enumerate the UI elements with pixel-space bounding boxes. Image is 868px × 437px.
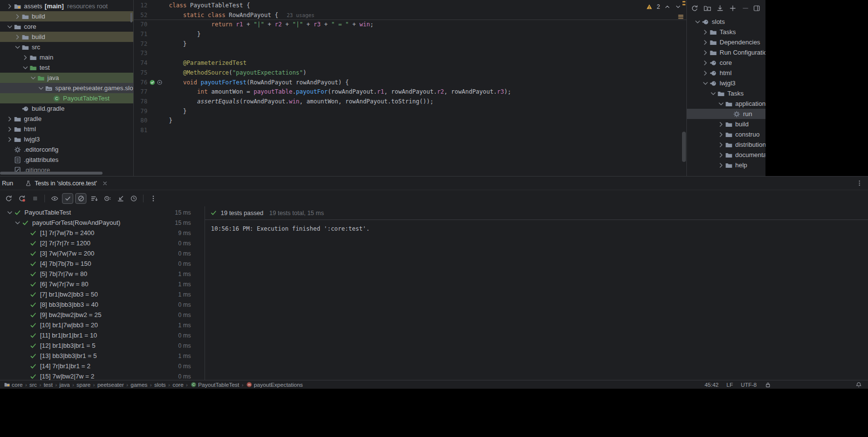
test-result-9-bw2-bw2-bw2-25[interactable]: [9] bw2|bw2|bw2 = 250 ms bbox=[0, 310, 205, 320]
chevron-down-icon[interactable] bbox=[717, 100, 725, 108]
refresh-button[interactable] bbox=[689, 3, 700, 14]
chevron-right-icon[interactable] bbox=[6, 125, 14, 133]
code-line-76[interactable]: 76 void payoutForTest(RowAndPayout rowAn… bbox=[134, 78, 686, 88]
chevron-down-icon[interactable] bbox=[702, 79, 709, 87]
project-item-lwjgl3[interactable]: lwjgl3 bbox=[0, 134, 133, 144]
breadcrumb-item-src[interactable]: src bbox=[29, 382, 37, 388]
test-result-5-7b-7r-7w-80[interactable]: [5] 7b|7r|7w = 801 ms bbox=[0, 269, 205, 279]
project-horizontal-scrollbar[interactable] bbox=[0, 172, 103, 175]
gutter[interactable]: 71 bbox=[134, 30, 169, 40]
test-result-13-bb3-bb3-br1-5[interactable]: [13] bb3|bb3|br1 = 51 ms bbox=[0, 351, 205, 361]
chevron-right-icon[interactable] bbox=[717, 161, 725, 169]
rerun-failed-button[interactable] bbox=[16, 193, 27, 204]
code-line-72[interactable]: 72 } bbox=[134, 40, 686, 49]
chevron-down-icon[interactable] bbox=[21, 64, 29, 72]
project-item-spare-peetseater-games-slot[interactable]: spare.peetseater.games.slot bbox=[0, 83, 133, 93]
code-line-73[interactable]: 73 bbox=[134, 49, 686, 59]
project-item-build-gradle[interactable]: build.gradle bbox=[0, 103, 133, 114]
slash-circle-button[interactable] bbox=[75, 193, 86, 204]
chevron-right-icon[interactable] bbox=[717, 151, 725, 159]
breadcrumb-item-core[interactable]: core bbox=[4, 381, 22, 388]
test-result-7-br1-bw2-bb3-50[interactable]: [7] br1|bw2|bb3 = 501 ms bbox=[0, 289, 205, 299]
project-item-assets[interactable]: assets[main]resources root bbox=[0, 1, 133, 11]
project-item-core[interactable]: core bbox=[0, 21, 133, 32]
chevron-right-icon[interactable] bbox=[717, 120, 725, 128]
project-item-src[interactable]: src bbox=[0, 42, 133, 52]
chevron-right-icon[interactable] bbox=[702, 69, 709, 77]
gutter[interactable]: 77 bbox=[134, 87, 169, 97]
kebab-button[interactable] bbox=[147, 193, 159, 204]
chevron-down-icon[interactable] bbox=[37, 84, 45, 92]
gradle-item-dependencies[interactable]: Dependencies bbox=[687, 37, 765, 47]
test-result-payoutfortest-rowandpayout[interactable]: payoutForTest(RowAndPayout)15 ms bbox=[0, 218, 205, 228]
gradle-item-html[interactable]: html bbox=[687, 68, 765, 78]
breadcrumb-item-test[interactable]: test bbox=[43, 382, 53, 388]
test-result-14-7r-br1-br1-2[interactable]: [14] 7r|br1|br1 = 20 ms bbox=[0, 361, 205, 371]
warning-stripe-mark[interactable] bbox=[682, 1, 685, 2]
gradle-item-tasks[interactable]: Tasks bbox=[687, 88, 765, 99]
test-result-3-7w-7w-7w-200[interactable]: [3] 7w|7w|7w = 2000 ms bbox=[0, 248, 205, 258]
gutter[interactable]: 72 bbox=[134, 40, 169, 49]
breadcrumb-item-spare[interactable]: spare bbox=[77, 382, 91, 388]
project-vertical-scrollbar[interactable] bbox=[130, 13, 132, 22]
test-result-2-7r-7r-7r-1200[interactable]: [2] 7r|7r|7r = 12000 ms bbox=[0, 238, 205, 248]
code-line-80[interactable]: 80} bbox=[134, 116, 686, 126]
run-tab-tests[interactable]: Tests in 'slots.core.test' bbox=[25, 180, 108, 187]
gradle-item-tasks[interactable]: Tasks bbox=[687, 27, 765, 37]
gutter[interactable]: 80 bbox=[134, 116, 169, 126]
gutter[interactable]: 12 bbox=[134, 1, 169, 11]
import-button[interactable] bbox=[115, 193, 126, 204]
project-item-editorconfig[interactable]: .editorconfig bbox=[0, 144, 133, 155]
chevron-down-icon[interactable] bbox=[694, 18, 702, 26]
code-line-74[interactable]: 74 @ParameterizedTest bbox=[134, 59, 686, 68]
gradle-item-construo[interactable]: construo bbox=[687, 129, 765, 139]
gradle-item-core[interactable]: core bbox=[687, 58, 765, 68]
test-result-15-7w-bw2-7w-2[interactable]: [15] 7w|bw2|7w = 20 ms bbox=[0, 371, 205, 380]
chevron-right-icon[interactable] bbox=[14, 33, 21, 41]
project-item-java[interactable]: java bbox=[0, 73, 133, 83]
chevron-right-icon[interactable] bbox=[702, 39, 709, 46]
source-download-button[interactable] bbox=[702, 3, 713, 14]
gradle-item-application[interactable]: application bbox=[687, 99, 765, 109]
gutter[interactable]: 73 bbox=[134, 49, 169, 59]
ring-icon[interactable] bbox=[156, 79, 163, 86]
gutter[interactable]: 76 bbox=[134, 78, 169, 88]
gutter[interactable]: 79 bbox=[134, 107, 169, 117]
gradle-item-help[interactable]: help bbox=[687, 160, 765, 170]
chevron-right-icon[interactable] bbox=[702, 59, 709, 67]
chevron-down-icon[interactable] bbox=[29, 74, 37, 82]
chevron-down-icon[interactable] bbox=[709, 90, 717, 98]
inspections-widget[interactable]: 2 bbox=[646, 3, 682, 10]
breadcrumb-item-games[interactable]: games bbox=[131, 382, 148, 388]
gradle-item-distribution[interactable]: distribution bbox=[687, 139, 765, 150]
tab-options-kebab-icon[interactable] bbox=[856, 179, 863, 187]
console-output[interactable]: 10:56:16 PM: Execution finished ':core:t… bbox=[205, 220, 868, 232]
caret-position[interactable]: 45:42 bbox=[704, 382, 719, 388]
chevron-right-icon[interactable] bbox=[6, 136, 14, 143]
project-item-gradle[interactable]: gradle bbox=[0, 114, 133, 124]
clock-button[interactable] bbox=[128, 193, 139, 204]
test-result-11-br1-br1-br1-10[interactable]: [11] br1|br1|br1 = 100 ms bbox=[0, 330, 205, 340]
gradle-item-documentation[interactable]: documentation bbox=[687, 150, 765, 160]
chevron-right-icon[interactable] bbox=[14, 13, 21, 20]
gradle-item-lwjgl3[interactable]: lwjgl3 bbox=[687, 78, 765, 88]
test-result-8-bb3-bb3-bb3-40[interactable]: [8] bb3|bb3|bb3 = 400 ms bbox=[0, 299, 205, 310]
chevron-right-icon[interactable] bbox=[6, 2, 14, 10]
layout-button[interactable] bbox=[751, 3, 762, 14]
chevron-right-icon[interactable] bbox=[21, 54, 29, 61]
code-line-81[interactable]: 81 bbox=[134, 126, 686, 136]
project-item-main[interactable]: main bbox=[0, 52, 133, 62]
notifications-bell-icon[interactable] bbox=[855, 381, 862, 388]
sort-duration-button[interactable] bbox=[102, 193, 113, 204]
project-item-build[interactable]: build bbox=[0, 32, 133, 42]
project-item-build[interactable]: build bbox=[0, 11, 133, 21]
stop-button[interactable] bbox=[29, 193, 41, 204]
code-area[interactable]: 12class PayoutTableTest {52 static class… bbox=[134, 0, 686, 136]
gutter[interactable]: 75 bbox=[134, 68, 169, 78]
project-item-html[interactable]: html bbox=[0, 124, 133, 134]
eye-button[interactable] bbox=[49, 193, 60, 204]
code-line-52[interactable]: 52 static class RowAndPayout { 23 usages bbox=[134, 11, 686, 20]
code-line-70[interactable]: 70 return r1 + "|" + r2 + "|" + r3 + " =… bbox=[134, 20, 686, 30]
code-line-12[interactable]: 12class PayoutTableTest { bbox=[134, 1, 686, 11]
gradle-item-run-configurations[interactable]: Run Configurations bbox=[687, 47, 765, 58]
